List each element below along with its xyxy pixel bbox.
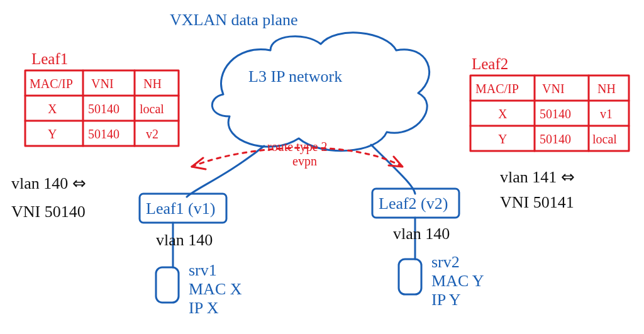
server2-ip: IP Y — [431, 291, 461, 309]
leaf2-r1c1: X — [498, 107, 508, 121]
leaf1-table: MAC/IP VNI NH X 50140 local Y 50140 v2 — [25, 70, 179, 146]
leaf1-table-title: Leaf1 — [31, 50, 68, 67]
leaf1-th-nh: NH — [143, 77, 162, 91]
leaf1-th-mac: MAC/IP — [30, 77, 73, 91]
server1-ip: IP X — [189, 299, 219, 317]
l3-cloud: L3 IP network — [212, 33, 429, 151]
leaf2-th-nh: NH — [597, 82, 616, 96]
leaf1-vlan-map: vlan 140 ⇔ — [11, 174, 86, 192]
cloud-leaf2-link — [371, 145, 415, 194]
leaf2-r1c2: 50140 — [540, 107, 571, 121]
leaf1-r2c3: v2 — [146, 127, 158, 141]
leaf1-r1c2: 50140 — [88, 102, 119, 116]
leaf2-th-vni: VNI — [542, 82, 565, 96]
leaf1-node-label: Leaf1 (v1) — [146, 199, 215, 218]
server2-icon — [399, 259, 421, 294]
leaf2-r2c3: local — [592, 132, 617, 146]
leaf2-table-title: Leaf2 — [472, 55, 508, 72]
leaf1-th-vni: VNI — [91, 77, 114, 91]
leaf2-th-mac: MAC/IP — [475, 82, 519, 96]
server2-name: srv2 — [431, 253, 460, 271]
leaf1-r2c1: Y — [48, 127, 57, 141]
leaf2-r1c3: v1 — [600, 107, 613, 121]
leaf1-vni-map: VNI 50140 — [11, 203, 86, 221]
leaf2-r2c1: Y — [498, 132, 507, 146]
leaf1-link-vlan: vlan 140 — [156, 231, 213, 249]
leaf1-r2c2: 50140 — [88, 127, 119, 141]
server1-name: srv1 — [189, 261, 217, 279]
server1-mac: MAC X — [189, 280, 242, 298]
cloud-label: L3 IP network — [248, 67, 342, 86]
leaf2-r2c2: 50140 — [540, 132, 571, 146]
diagram-title: VXLAN data plane — [170, 11, 298, 29]
route-type-label: route type 2 — [267, 140, 328, 154]
leaf2-vni-map: VNI 50141 — [500, 193, 574, 211]
cloud-leaf1-link — [187, 146, 264, 197]
server2-mac: MAC Y — [431, 272, 484, 290]
svg-rect-3 — [399, 259, 421, 294]
svg-rect-1 — [156, 267, 179, 303]
leaf2-table: MAC/IP VNI NH X 50140 v1 Y 50140 local — [470, 75, 629, 151]
leaf2-vlan-map: vlan 141 ⇔ — [500, 168, 575, 186]
route-proto-label: evpn — [292, 154, 317, 169]
leaf2-link-vlan: vlan 140 — [393, 225, 450, 243]
leaf1-r1c3: local — [140, 102, 164, 116]
server1-icon — [156, 267, 179, 303]
leaf2-node-label: Leaf2 (v2) — [379, 194, 448, 213]
leaf1-node: Leaf1 (v1) — [140, 194, 226, 223]
leaf1-r1c1: X — [48, 102, 57, 116]
